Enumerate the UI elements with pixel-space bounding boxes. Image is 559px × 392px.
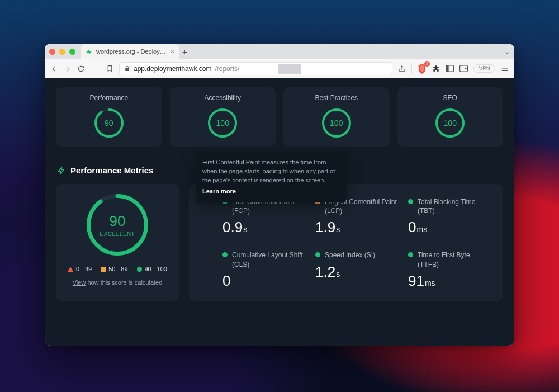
metric-value: 1.2s [315, 263, 398, 281]
url-host: app.deploymenthawk.com [134, 65, 211, 73]
metric-value: 91ms [408, 272, 491, 290]
legend-mid: 50 - 89 [101, 266, 127, 272]
metrics-area: First Contentful Paint measures the time… [56, 184, 503, 301]
square-icon [101, 267, 106, 272]
score-card-accessibility[interactable]: Accessibility 100 [170, 87, 276, 147]
score-explainer-link[interactable]: View how this score is calculated [73, 279, 163, 286]
tab-overflow-icon[interactable]: ⌄ [504, 48, 510, 55]
brave-shields-icon[interactable]: 8 [418, 64, 427, 74]
bolt-icon [57, 166, 66, 175]
score-ring: 90 [94, 108, 124, 138]
metric-name: Speed Index (SI) [325, 251, 375, 259]
score-card-best-practices[interactable]: Best Practices 100 [283, 87, 390, 147]
url-path: /reports/ [215, 65, 239, 73]
metric-time-to-first-byte-ttfb-[interactable]: Time to First Byte (TTFB) 91ms [408, 251, 491, 289]
close-tab-icon[interactable]: × [170, 48, 174, 55]
share-button-icon[interactable] [398, 65, 406, 73]
browser-tab[interactable]: wordpress.org - DeploymentHa × [81, 44, 179, 59]
tab-strip: wordpress.org - DeploymentHa × + ⌄ [45, 44, 514, 59]
circle-icon [137, 267, 142, 272]
metric-header: Time to First Byte (TTFB) [408, 251, 491, 268]
status-dot-icon [315, 252, 320, 257]
metric-speed-index-si-[interactable]: Speed Index (SI) 1.2s [315, 251, 398, 289]
fcp-tooltip: First Contentful Paint measures the time… [196, 153, 347, 202]
tab-title: wordpress.org - DeploymentHa [96, 48, 167, 55]
score-card-performance[interactable]: Performance 90 [56, 87, 162, 147]
bookmark-button[interactable] [106, 65, 113, 72]
legend-high: 90 - 100 [137, 266, 167, 272]
status-dot-icon [222, 252, 228, 257]
lock-icon [124, 65, 130, 72]
menu-button-icon[interactable] [501, 65, 509, 73]
legend-low: 0 - 49 [68, 266, 92, 272]
score-card-title: Best Practices [315, 94, 358, 102]
triangle-icon [68, 267, 73, 272]
metric-name: Time to First Byte (TTFB) [418, 251, 491, 268]
new-tab-button[interactable]: + [182, 47, 187, 56]
score-ring: 100 [322, 108, 351, 138]
desktop-wallpaper: wordpress.org - DeploymentHa × + ⌄ app.d… [0, 0, 559, 392]
wallet-icon[interactable] [459, 65, 468, 72]
back-button[interactable] [50, 65, 58, 73]
close-window-icon[interactable] [49, 49, 55, 55]
toolbar-divider [411, 64, 412, 74]
status-dot-icon [408, 252, 413, 257]
reload-button[interactable] [77, 65, 85, 73]
metric-value: 0ms [408, 219, 491, 236]
browser-window: wordpress.org - DeploymentHa × + ⌄ app.d… [45, 44, 514, 346]
lighthouse-score-row: Performance 90 Accessibility 100 Best Pr… [56, 87, 503, 147]
metric-value: 0.9s [222, 219, 305, 236]
site-favicon-icon [86, 48, 93, 55]
svg-point-3 [465, 68, 467, 69]
metric-value: 0 [222, 272, 305, 290]
vpn-button[interactable]: VPN [473, 64, 495, 73]
metric-header: Speed Index (SI) [315, 251, 398, 259]
score-ring: 100 [208, 108, 237, 138]
address-bar[interactable]: app.deploymenthawk.com/reports/ [119, 62, 392, 75]
learn-more-link[interactable]: Learn more [202, 187, 236, 196]
tooltip-text: First Contentful Paint measures the time… [202, 159, 335, 183]
sidebar-toggle-icon[interactable] [446, 65, 454, 72]
score-card-title: Accessibility [205, 94, 241, 102]
status-dot-icon [408, 199, 413, 204]
metric-header: Total Blocking Time (TBT) [408, 197, 491, 215]
metric-header: Cumulative Layout Shift (CLS) [222, 251, 305, 268]
score-legend: 0 - 49 50 - 89 90 - 100 [68, 266, 167, 272]
browser-toolbar: app.deploymenthawk.com/reports/ 8 VPN [45, 59, 514, 78]
score-ring: 100 [435, 108, 465, 138]
forward-button[interactable] [64, 65, 72, 73]
address-progress-indicator [278, 64, 301, 74]
overall-score-card: 90EXCELLENT 0 - 49 50 - 89 90 - 100 View… [56, 184, 179, 301]
toolbar-actions: 8 VPN [398, 64, 509, 74]
section-title: Performance Metrics [70, 166, 153, 175]
metric-value: 1.9s [315, 219, 398, 236]
metric-largest-contentful-paint-lcp-[interactable]: Largest Contentful Paint (LCP) 1.9s [315, 197, 398, 236]
score-card-seo[interactable]: SEO 100 [397, 87, 504, 147]
metric-first-contentful-paint-fcp-[interactable]: First Contentful Paint (FCP) 0.9s [222, 197, 305, 236]
overall-score-ring: 90EXCELLENT [87, 194, 148, 256]
score-card-title: SEO [443, 94, 457, 102]
shields-badge: 8 [424, 61, 430, 67]
metric-total-blocking-time-tbt-[interactable]: Total Blocking Time (TBT) 0ms [408, 197, 491, 236]
metric-cumulative-layout-shift-cls-[interactable]: Cumulative Layout Shift (CLS) 0 [222, 251, 305, 289]
minimize-window-icon[interactable] [59, 49, 65, 55]
score-card-title: Performance [89, 94, 128, 102]
page-content: Performance 90 Accessibility 100 Best Pr… [45, 78, 514, 346]
metric-name: Total Blocking Time (TBT) [418, 197, 491, 215]
window-controls [49, 49, 75, 55]
svg-rect-1 [446, 65, 449, 72]
extensions-icon[interactable] [432, 65, 440, 73]
metric-name: Cumulative Layout Shift (CLS) [232, 251, 305, 268]
maximize-window-icon[interactable] [69, 49, 75, 55]
